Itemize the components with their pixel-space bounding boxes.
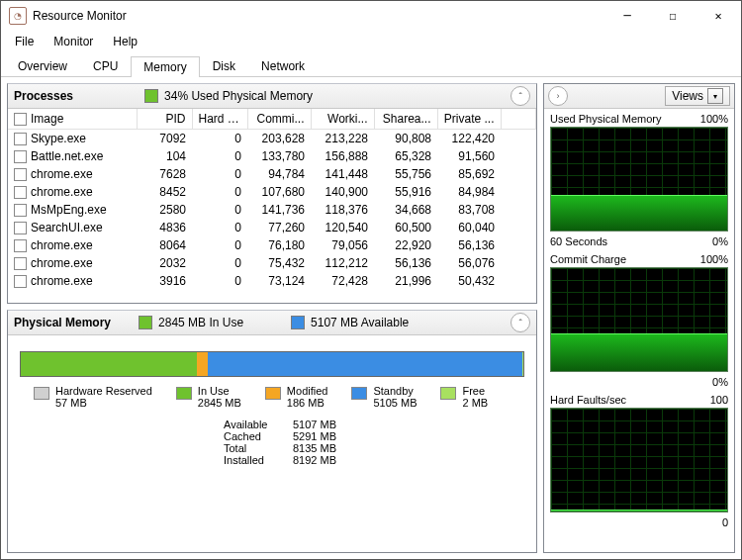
table-row[interactable]: Skype.exe70920203,628213,22890,808122,42…: [8, 130, 536, 148]
maximize-button[interactable]: ☐: [650, 1, 696, 31]
row-checkbox[interactable]: [14, 186, 27, 199]
chart-faults-max: 100: [710, 394, 728, 406]
table-row[interactable]: chrome.exe7628094,784141,44855,75685,692: [8, 165, 536, 183]
legend-standby: Standby5105 MB: [351, 385, 417, 409]
col-image[interactable]: Image: [8, 109, 137, 130]
cell-private: 60,040: [437, 219, 501, 236]
chart-faults-title: Hard Faults/sec: [550, 394, 626, 406]
row-checkbox[interactable]: [14, 168, 27, 181]
table-row[interactable]: chrome.exe3916073,12472,42821,99650,432: [8, 272, 536, 290]
expand-charts-button[interactable]: ›: [548, 86, 568, 106]
menu-file[interactable]: File: [7, 33, 42, 50]
tab-disk[interactable]: Disk: [200, 55, 248, 76]
process-name: SearchUI.exe: [31, 221, 103, 234]
menu-help[interactable]: Help: [105, 33, 145, 50]
processes-title: Processes: [14, 89, 73, 103]
menu-monitor[interactable]: Monitor: [46, 33, 101, 50]
row-checkbox[interactable]: [14, 222, 27, 234]
cell-private: 85,692: [437, 165, 501, 183]
charts-header: › Views ▾: [544, 84, 734, 109]
cell-private: 50,432: [437, 272, 501, 290]
col-shareable[interactable]: Sharea...: [374, 109, 437, 130]
cell-hard: 0: [192, 130, 247, 148]
cell-working: 140,900: [311, 183, 374, 201]
cell-hard: 0: [192, 183, 247, 201]
cell-hard: 0: [192, 165, 247, 183]
tab-network[interactable]: Network: [248, 55, 318, 76]
process-name: chrome.exe: [31, 167, 93, 181]
cell-commit: 75,432: [247, 254, 311, 272]
row-checkbox[interactable]: [14, 239, 27, 252]
processes-table[interactable]: Image PID Hard F... Commi... Worki... Sh…: [8, 109, 536, 303]
table-row[interactable]: chrome.exe2032075,432112,21256,13656,076: [8, 254, 536, 272]
cell-pid: 7628: [137, 165, 192, 183]
app-icon: ◔: [9, 7, 27, 25]
col-commit[interactable]: Commi...: [247, 109, 311, 130]
inuse-swatch-icon: [139, 316, 152, 329]
window-title: Resource Monitor: [33, 9, 127, 23]
cell-private: 56,136: [437, 236, 501, 254]
row-checkbox[interactable]: [14, 150, 27, 163]
tab-memory[interactable]: Memory: [131, 56, 199, 77]
cell-shareable: 34,668: [374, 201, 437, 219]
charts-panel: › Views ▾ Used Physical Memory 100% 60 S…: [543, 83, 735, 553]
cell-commit: 203,628: [247, 130, 311, 148]
close-button[interactable]: ✕: [696, 1, 741, 31]
cell-working: 118,376: [311, 201, 374, 219]
row-checkbox[interactable]: [14, 257, 27, 270]
cell-commit: 94,784: [247, 165, 311, 183]
legend-inuse: In Use2845 MB: [176, 385, 241, 409]
collapse-physmem-button[interactable]: ˆ: [510, 313, 530, 332]
usage-swatch-icon: [144, 89, 158, 103]
cell-commit: 141,736: [247, 201, 311, 219]
table-row[interactable]: MsMpEng.exe25800141,736118,37634,66883,7…: [8, 201, 536, 219]
avail-swatch-icon: [291, 316, 305, 329]
cell-shareable: 65,328: [374, 147, 437, 165]
table-row[interactable]: chrome.exe8064076,18079,05622,92056,136: [8, 236, 536, 254]
tab-bar: Overview CPU Memory Disk Network: [1, 52, 741, 77]
legend-hardware: Hardware Reserved57 MB: [34, 385, 152, 409]
tab-overview[interactable]: Overview: [5, 55, 80, 76]
table-row[interactable]: Battle.net.exe1040133,780156,88865,32891…: [8, 147, 536, 165]
tab-cpu[interactable]: CPU: [80, 55, 131, 76]
cell-pid: 2580: [137, 201, 192, 219]
cell-hard: 0: [192, 219, 247, 236]
cell-commit: 133,780: [247, 147, 311, 165]
col-working[interactable]: Worki...: [311, 109, 374, 130]
col-private[interactable]: Private ...: [437, 109, 501, 130]
cell-pid: 104: [137, 147, 192, 165]
chart-commit-charge: [550, 267, 728, 372]
row-checkbox[interactable]: [14, 133, 27, 145]
chart-used-foot-left: 60 Seconds: [550, 235, 607, 247]
col-hard-faults[interactable]: Hard F...: [192, 109, 247, 130]
chart-faults-foot-right: 0: [722, 516, 728, 528]
processes-usage: 34% Used Physical Memory: [164, 89, 313, 103]
cell-hard: 0: [192, 272, 247, 290]
col-pid[interactable]: PID: [137, 109, 192, 130]
row-checkbox[interactable]: [14, 275, 27, 288]
physical-memory-panel: Physical Memory 2845 MB In Use 5107 MB A…: [7, 310, 537, 553]
table-row[interactable]: SearchUI.exe4836077,260120,54060,50060,0…: [8, 219, 536, 236]
cell-pid: 8064: [137, 236, 192, 254]
cell-pid: 2032: [137, 254, 192, 272]
row-checkbox[interactable]: [14, 204, 27, 217]
physical-memory-header[interactable]: Physical Memory 2845 MB In Use 5107 MB A…: [8, 311, 536, 335]
legend-modified: Modified186 MB: [265, 385, 328, 409]
cell-pid: 7092: [137, 130, 192, 148]
process-name: Skype.exe: [31, 132, 86, 145]
chart-commit-max: 100%: [700, 253, 728, 265]
process-name: Battle.net.exe: [31, 149, 103, 163]
process-name: MsMpEng.exe: [31, 203, 107, 217]
cell-hard: 0: [192, 236, 247, 254]
collapse-processes-button[interactable]: ˆ: [510, 86, 530, 106]
cell-hard: 0: [192, 147, 247, 165]
cell-pid: 4836: [137, 219, 192, 236]
views-button[interactable]: Views ▾: [665, 86, 730, 106]
chart-commit-foot-right: 0%: [712, 376, 728, 388]
cell-shareable: 56,136: [374, 254, 437, 272]
processes-header[interactable]: Processes 34% Used Physical Memory ˆ: [8, 84, 536, 109]
select-all-checkbox[interactable]: [14, 113, 27, 126]
table-row[interactable]: chrome.exe84520107,680140,90055,91684,98…: [8, 183, 536, 201]
cell-working: 120,540: [311, 219, 374, 236]
minimize-button[interactable]: ─: [604, 1, 650, 31]
